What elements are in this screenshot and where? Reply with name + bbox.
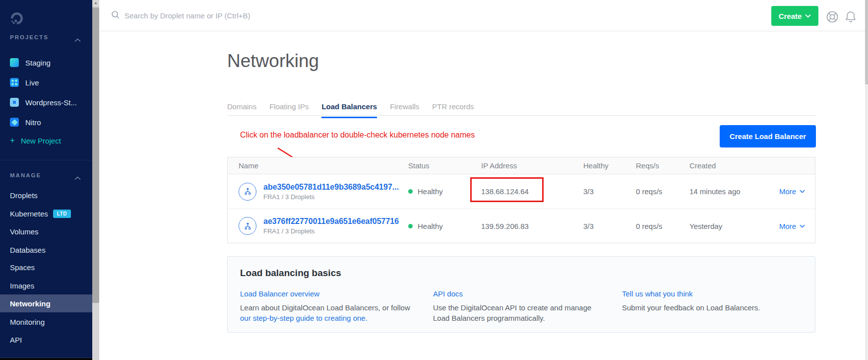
load-balancer-overview-link[interactable]: Load Balancer overview xyxy=(240,289,319,298)
project-wordpress-icon xyxy=(10,98,19,107)
plus-icon: + xyxy=(10,136,15,145)
sidebar-item-staging[interactable]: Staging xyxy=(10,56,51,69)
chevron-down-icon xyxy=(800,224,805,228)
manage-label-active: Networking xyxy=(10,299,51,308)
annotation-text: Click on the loadbalancer to double-chec… xyxy=(240,131,475,140)
table-row: ae376ff22770011e9a651e6eaf057716 FRA1 / … xyxy=(228,209,815,243)
basics-title: Load balancing basics xyxy=(240,268,803,279)
manage-label: Databases xyxy=(10,246,46,254)
ltd-badge: LTD xyxy=(53,210,71,218)
sidebar-item-api[interactable]: API xyxy=(10,332,22,347)
project-live-icon xyxy=(10,78,19,87)
column-header-reqs: Reqs/s xyxy=(636,161,689,170)
healthy-count-value: 3/3 xyxy=(583,222,636,230)
top-bar: Create xyxy=(99,0,868,31)
networking-tabs: Domains Floating IPs Load Balancers Fire… xyxy=(227,102,487,118)
tab-ptr-records[interactable]: PTR records xyxy=(432,102,474,118)
basics-col-overview: Load Balancer overview Learn about Digit… xyxy=(240,289,433,323)
column-header-created: Created xyxy=(689,161,779,170)
sidebar-item-droplets[interactable]: Droplets xyxy=(10,188,38,203)
manage-label: Volumes xyxy=(10,227,39,236)
project-label: Wordpress-St... xyxy=(25,98,77,107)
tabs-underline xyxy=(227,115,815,116)
sidebar-item-kubernetes[interactable]: Kubernetes LTD xyxy=(10,206,71,221)
basics-col-api: API docs Use the DigitalOcean API to cre… xyxy=(433,289,622,323)
status-value: Healthy xyxy=(418,222,443,230)
column-header-status: Status xyxy=(408,161,481,170)
new-project-label: New Project xyxy=(21,137,61,145)
load-balancer-meta: FRA1 / 3 Droplets xyxy=(263,227,399,235)
tab-firewalls[interactable]: Firewalls xyxy=(390,102,419,118)
sidebar-item-nitro[interactable]: Nitro xyxy=(10,116,41,129)
tab-domains[interactable]: Domains xyxy=(227,102,256,118)
column-header-name: Name xyxy=(228,161,408,170)
load-balancer-name-link[interactable]: ae376ff22770011e9a651e6eaf057716 xyxy=(263,217,399,226)
basics-body-text: Use the DigitalOcean API to create and m… xyxy=(433,302,604,323)
projects-section-header[interactable]: PROJECTS xyxy=(10,34,49,40)
manage-section-header[interactable]: MANAGE xyxy=(10,172,41,178)
column-header-ip: IP Address xyxy=(481,161,583,170)
load-balancer-icon xyxy=(239,183,256,201)
more-menu-button[interactable]: More xyxy=(779,222,816,230)
search-bar[interactable] xyxy=(111,0,333,31)
api-docs-link[interactable]: API docs xyxy=(433,289,463,298)
basics-body-text: Learn about DigitalOcean Load Balancers,… xyxy=(240,303,410,312)
healthy-status-dot-icon xyxy=(408,224,413,228)
tell-us-what-you-think-link[interactable]: Tell us what you think xyxy=(622,289,693,298)
step-by-step-guide-link[interactable]: our step-by-step guide to creating one. xyxy=(240,314,368,322)
tab-load-balancers[interactable]: Load Balancers xyxy=(321,102,377,118)
manage-label: Kubernetes xyxy=(10,210,48,218)
basics-body-text: Submit your feedback on Load Balancers. xyxy=(622,302,793,313)
project-nitro-icon xyxy=(10,118,19,127)
create-button[interactable]: Create xyxy=(771,6,818,26)
more-label: More xyxy=(779,222,796,230)
chevron-down-icon xyxy=(805,14,811,18)
sidebar-item-wordpress[interactable]: Wordpress-St... xyxy=(10,96,77,109)
load-balancer-name-link[interactable]: abe350e05781d11e9b3689a5c4197... xyxy=(263,183,399,192)
column-header-healthy: Healthy xyxy=(583,161,636,170)
table-header-row: Name Status IP Address Healthy Reqs/s Cr… xyxy=(228,157,815,174)
sidebar-item-databases[interactable]: Databases xyxy=(10,242,46,257)
sidebar-item-images[interactable]: Images xyxy=(10,278,34,293)
app-root: PROJECTS Staging Live Wordpress-St... Ni… xyxy=(0,0,868,360)
sidebar-item-networking[interactable]: Networking xyxy=(0,294,92,312)
new-project-button[interactable]: + New Project xyxy=(10,134,61,147)
notifications-bell-icon[interactable] xyxy=(845,10,857,25)
create-load-balancer-button[interactable]: Create Load Balancer xyxy=(720,125,816,147)
status-value: Healthy xyxy=(418,187,443,196)
created-value: Yesterday xyxy=(689,222,779,230)
chevron-down-icon xyxy=(800,190,805,193)
more-menu-button[interactable]: More xyxy=(779,187,816,196)
create-button-label: Create xyxy=(779,12,802,20)
sidebar-bottom-strip xyxy=(0,358,92,360)
sidebar-item-volumes[interactable]: Volumes xyxy=(10,224,39,239)
projects-collapse-chevron-up-icon[interactable] xyxy=(74,35,81,40)
search-icon xyxy=(111,10,120,21)
page-title: Networking xyxy=(227,51,319,72)
load-balancer-icon xyxy=(239,217,256,235)
manage-label: Images xyxy=(10,282,34,290)
manage-collapse-chevron-up-icon[interactable] xyxy=(74,173,81,178)
requests-value: 0 reqs/s xyxy=(636,222,689,230)
sidebar-item-monitoring[interactable]: Monitoring xyxy=(10,314,45,329)
sidebar-item-live[interactable]: Live xyxy=(10,76,39,89)
support-lifering-icon[interactable] xyxy=(826,10,839,25)
tab-floating-ips[interactable]: Floating IPs xyxy=(269,102,309,118)
load-balancer-meta: FRA1 / 3 Droplets xyxy=(263,193,399,201)
digitalocean-logo-icon[interactable] xyxy=(9,11,24,28)
page-scrollbar-thumb[interactable] xyxy=(865,0,868,84)
project-label: Nitro xyxy=(25,118,41,127)
manage-label: Spaces xyxy=(10,263,35,272)
more-label: More xyxy=(779,187,796,196)
project-label: Staging xyxy=(25,59,51,67)
sidebar-item-spaces[interactable]: Spaces xyxy=(10,260,35,275)
project-staging-icon xyxy=(10,58,19,67)
sidebar-scrollbar-thumb[interactable] xyxy=(92,7,99,303)
load-balancing-basics-panel: Load balancing basics Load Balancer over… xyxy=(227,256,815,333)
search-input[interactable] xyxy=(124,11,333,20)
basics-col-feedback: Tell us what you think Submit your feedb… xyxy=(622,289,803,323)
manage-label: Monitoring xyxy=(10,318,45,326)
sidebar-scrollbar-up-arrow-icon[interactable]: ▲ xyxy=(92,1,99,4)
sidebar-divider xyxy=(0,160,92,160)
annotation-highlight-box xyxy=(470,177,544,202)
